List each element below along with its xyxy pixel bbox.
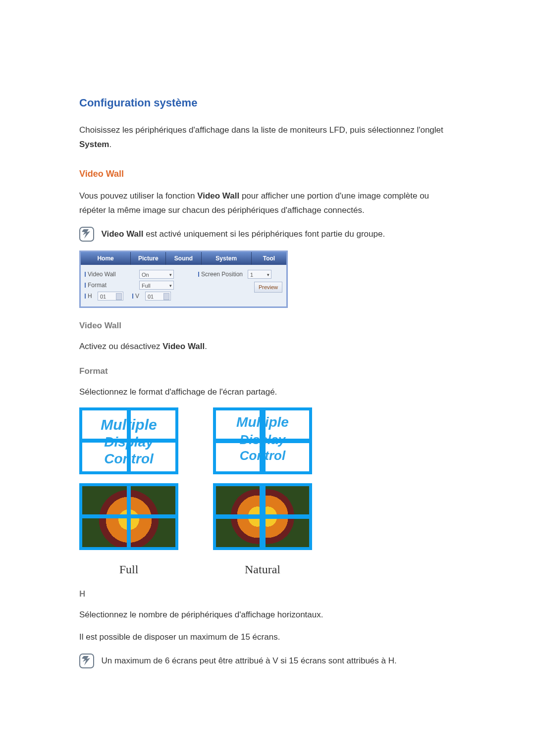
format-tile-natural-photo <box>213 483 312 550</box>
note-block-2: Un maximum de 6 écrans peut être attribu… <box>79 654 456 668</box>
intro-text-2: . <box>109 140 111 149</box>
screen-position-select[interactable]: 1 <box>248 270 271 279</box>
vw-sub-1: Activez ou désactivez <box>79 342 162 351</box>
system-tab-panel: Home Picture Sound System Tool Video Wal… <box>79 251 288 308</box>
format-tile-natural-text: Multiple Display Control <box>213 407 312 474</box>
format-label-natural: Natural <box>245 563 280 576</box>
format-col-full: Multiple Display Control Full <box>79 407 178 576</box>
tab-home[interactable]: Home <box>81 252 131 265</box>
video-wall-sub-heading: Video Wall <box>79 321 456 331</box>
vw-desc-bold: Video Wall <box>197 191 239 201</box>
intro-paragraph: Choisissez les périphériques d'affichage… <box>79 123 456 152</box>
tab-system[interactable]: System <box>202 252 252 265</box>
v-field-label: V <box>132 293 145 300</box>
v-value: 01 <box>148 294 154 300</box>
h-field-label: H <box>85 293 98 300</box>
note-2-text: Un maximum de 6 écrans peut être attribu… <box>101 654 396 668</box>
h-value: 01 <box>100 294 106 300</box>
note-block-1: Video Wall est activé uniquement si les … <box>79 227 456 242</box>
vw-sub-bold: Video Wall <box>162 342 205 351</box>
tab-sound[interactable]: Sound <box>166 252 201 265</box>
format-select[interactable]: Full <box>139 281 174 290</box>
format-illustration-grid: Multiple Display Control Full Mul <box>79 407 456 576</box>
format-field-label: Format <box>85 282 124 289</box>
note-1-bold: Video Wall <box>101 229 143 239</box>
note-1-text: Video Wall est activé uniquement si les … <box>101 227 385 242</box>
format-col-natural: Multiple Display Control Natural <box>213 407 312 576</box>
format-tile-full-text: Multiple Display Control <box>79 407 178 474</box>
h-spinner[interactable]: 01▴▾ <box>98 292 123 301</box>
format-sub-heading: Format <box>79 366 456 376</box>
vw-desc-1: Vous pouvez utiliser la fonction <box>79 191 197 201</box>
h-heading: H <box>79 589 456 599</box>
h-desc-2: Il est possible de disposer un maximum d… <box>79 630 456 645</box>
tab-picture[interactable]: Picture <box>131 252 166 265</box>
video-wall-select[interactable]: On <box>139 270 174 279</box>
section-title: Configuration système <box>79 97 456 109</box>
intro-text-1: Choisissez les périphériques d'affichage… <box>79 125 443 135</box>
format-desc: Sélectionnez le format d'affichage de l'… <box>79 385 456 400</box>
v-spinner[interactable]: 01▴▾ <box>145 292 171 301</box>
screen-position-label: Screen Position <box>198 271 248 278</box>
format-tile-full-photo <box>79 483 178 550</box>
tab-tool[interactable]: Tool <box>252 252 286 265</box>
video-wall-heading: Video Wall <box>79 169 456 179</box>
vw-sub-2: . <box>205 342 207 351</box>
tab-bar: Home Picture Sound System Tool <box>81 252 286 265</box>
preview-button[interactable]: Preview <box>254 282 282 293</box>
intro-bold: System <box>79 140 109 149</box>
note-1-rest: est activé uniquement si les périphériqu… <box>143 229 385 239</box>
format-label-full: Full <box>119 563 139 576</box>
video-wall-sub-desc: Activez ou désactivez Video Wall. <box>79 340 456 354</box>
video-wall-field-label: Video Wall <box>85 271 139 278</box>
video-wall-desc: Vous pouvez utiliser la fonction Video W… <box>79 189 456 218</box>
note-icon <box>79 654 94 668</box>
h-desc: Sélectionnez le nombre de périphériques … <box>79 608 456 622</box>
note-icon <box>79 227 94 242</box>
